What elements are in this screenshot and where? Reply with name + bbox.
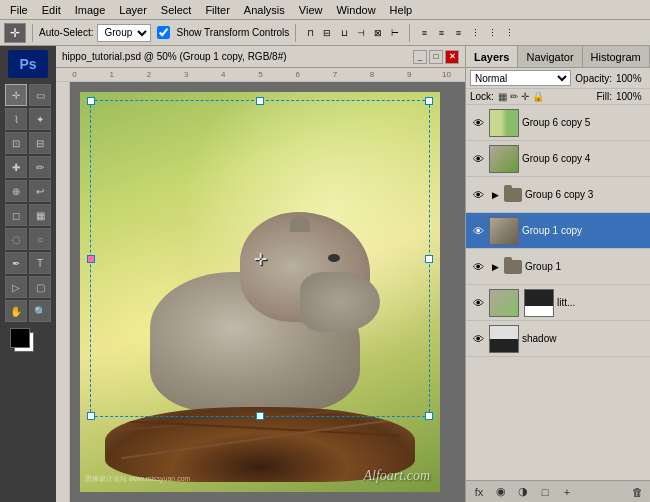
menu-bar: File Edit Image Layer Select Filter Anal… (0, 0, 650, 20)
show-transform-checkbox[interactable] (157, 26, 170, 39)
lock-all-icon[interactable]: 🔒 (532, 91, 544, 102)
align-top[interactable]: ⊓ (302, 25, 318, 41)
dodge-tool[interactable]: ○ (29, 228, 51, 250)
text-tool[interactable]: T (29, 252, 51, 274)
menu-select[interactable]: Select (155, 3, 198, 17)
canvas-image-area[interactable]: ✛ 思缘设计论坛 www.missyuan.com Alfoart.com (70, 82, 465, 502)
crop-tool[interactable]: ⊡ (5, 132, 27, 154)
eraser-tool[interactable]: ◻ (5, 204, 27, 226)
align-vcenter[interactable]: ⊟ (319, 25, 335, 41)
lock-paint-icon[interactable]: ✏ (510, 91, 518, 102)
layer-item-litt[interactable]: 👁 litt... (466, 285, 650, 321)
layer-style-button[interactable]: fx (470, 483, 488, 501)
distribute-hcenter[interactable]: ⋮ (484, 25, 500, 41)
align-buttons: ⊓ ⊟ ⊔ ⊣ ⊠ ⊢ (302, 25, 403, 41)
maximize-button[interactable]: □ (429, 50, 443, 64)
color-swatches[interactable] (10, 328, 46, 356)
tool-row-6: ◻ ▦ (5, 204, 51, 226)
tab-histogram[interactable]: Histogram (583, 46, 650, 67)
ruler-numbers: 0 1 2 3 4 5 6 7 8 9 10 (56, 70, 465, 79)
autoselect-dropdown[interactable]: Group Layer (97, 24, 151, 42)
blend-mode-dropdown[interactable]: Normal Multiply Screen Overlay (470, 70, 571, 86)
delete-layer-button[interactable]: 🗑 (628, 483, 646, 501)
minimize-button[interactable]: _ (413, 50, 427, 64)
move-tool-icon[interactable]: ✛ (4, 23, 26, 43)
healing-tool[interactable]: ✚ (5, 156, 27, 178)
group-expand-g6c3[interactable]: ▶ (489, 190, 501, 200)
move-tool[interactable]: ✛ (5, 84, 27, 106)
distribute-bottom[interactable]: ≡ (450, 25, 466, 41)
blur-tool[interactable]: ◌ (5, 228, 27, 250)
lasso-tool[interactable]: ⌇ (5, 108, 27, 130)
folder-icon-g6c3 (504, 188, 522, 202)
tool-row-9: ▷ ▢ (5, 276, 51, 298)
layers-list: 👁 Group 6 copy 5 👁 Group 6 copy 4 👁 ▶ Gr… (466, 105, 650, 480)
align-hcenter[interactable]: ⊠ (370, 25, 386, 41)
group-expand-g1[interactable]: ▶ (489, 262, 501, 272)
layer-item-g1[interactable]: 👁 ▶ Group 1 (466, 249, 650, 285)
layer-item-g6c4[interactable]: 👁 Group 6 copy 4 (466, 141, 650, 177)
toolbar-separator-1 (32, 24, 33, 42)
menu-view[interactable]: View (293, 3, 329, 17)
stamp-tool[interactable]: ⊕ (5, 180, 27, 202)
distribute-right[interactable]: ⋮ (501, 25, 517, 41)
opacity-label: Opacity: (575, 73, 612, 84)
lock-move-icon[interactable]: ✛ (521, 91, 529, 102)
hand-tool[interactable]: ✋ (5, 300, 27, 322)
options-toolbar: ✛ Auto-Select: Group Layer Show Transfor… (0, 20, 650, 46)
menu-filter[interactable]: Filter (199, 3, 235, 17)
align-right[interactable]: ⊢ (387, 25, 403, 41)
pen-tool[interactable]: ✒ (5, 252, 27, 274)
selection-tool[interactable]: ▭ (29, 84, 51, 106)
layer-visibility-g1[interactable]: 👁 (470, 259, 486, 275)
menu-analysis[interactable]: Analysis (238, 3, 291, 17)
menu-file[interactable]: File (4, 3, 34, 17)
menu-window[interactable]: Window (330, 3, 381, 17)
zoom-tool[interactable]: 🔍 (29, 300, 51, 322)
close-button[interactable]: ✕ (445, 50, 459, 64)
layer-name-g6c3: Group 6 copy 3 (525, 189, 646, 200)
align-bottom[interactable]: ⊔ (336, 25, 352, 41)
layer-item-g1copy[interactable]: 👁 Group 1 copy (466, 213, 650, 249)
lock-transparency-icon[interactable]: ▦ (498, 91, 507, 102)
magic-wand-tool[interactable]: ✦ (29, 108, 51, 130)
layers-tabs: Layers Navigator Histogram (466, 46, 650, 68)
layer-visibility-g6c3[interactable]: 👁 (470, 187, 486, 203)
layer-visibility-g6c5[interactable]: 👁 (470, 115, 486, 131)
menu-layer[interactable]: Layer (113, 3, 153, 17)
menu-edit[interactable]: Edit (36, 3, 67, 17)
slice-tool[interactable]: ⊟ (29, 132, 51, 154)
history-brush[interactable]: ↩ (29, 180, 51, 202)
ruler-left (56, 82, 70, 502)
layer-thumb-g6c5 (489, 109, 519, 137)
menu-help[interactable]: Help (384, 3, 419, 17)
tool-row-2: ⌇ ✦ (5, 108, 51, 130)
new-adjustment-button[interactable]: ◑ (514, 483, 532, 501)
layer-thumb-g6c4 (489, 145, 519, 173)
layer-item-g6c3[interactable]: 👁 ▶ Group 6 copy 3 (466, 177, 650, 213)
align-left[interactable]: ⊣ (353, 25, 369, 41)
layer-visibility-g1copy[interactable]: 👁 (470, 223, 486, 239)
tab-navigator[interactable]: Navigator (518, 46, 582, 67)
lock-icons: ▦ ✏ ✛ 🔒 (498, 91, 544, 102)
layer-item-shadow[interactable]: 👁 shadow (466, 321, 650, 357)
add-mask-button[interactable]: ◉ (492, 483, 510, 501)
layer-visibility-litt[interactable]: 👁 (470, 295, 486, 311)
shape-tool[interactable]: ▢ (29, 276, 51, 298)
foreground-color[interactable] (10, 328, 30, 348)
brush-tool[interactable]: ✏ (29, 156, 51, 178)
tab-layers[interactable]: Layers (466, 46, 518, 67)
new-group-button[interactable]: □ (536, 483, 554, 501)
distribute-vcenter[interactable]: ≡ (433, 25, 449, 41)
layer-item-g6c5[interactable]: 👁 Group 6 copy 5 (466, 105, 650, 141)
layer-visibility-g6c4[interactable]: 👁 (470, 151, 486, 167)
path-select[interactable]: ▷ (5, 276, 27, 298)
distribute-left[interactable]: ⋮ (467, 25, 483, 41)
distribute-top[interactable]: ≡ (416, 25, 432, 41)
gradient-tool[interactable]: ▦ (29, 204, 51, 226)
layer-visibility-shadow[interactable]: 👁 (470, 331, 486, 347)
layer-name-shadow: shadow (522, 333, 646, 344)
menu-image[interactable]: Image (69, 3, 112, 17)
new-layer-button[interactable]: + (558, 483, 576, 501)
layer-thumb-g1copy (489, 217, 519, 245)
